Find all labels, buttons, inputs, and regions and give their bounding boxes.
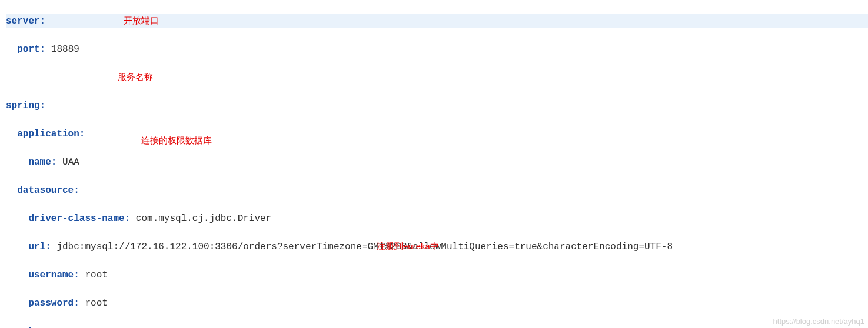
watermark-text: https://blog.csdn.net/ayhq1 [773, 317, 864, 326]
annotation-eureka: 注册到eureka中 [377, 241, 439, 252]
yaml-key: driver-class-name: [28, 213, 130, 224]
yaml-key: application: [17, 129, 85, 139]
yaml-value: jdbc:mysql://172.16.122.100:3306/orders?… [51, 242, 673, 252]
yaml-key: server: [6, 16, 45, 26]
yaml-value: UAA [56, 157, 79, 168]
yaml-key: username: [28, 270, 79, 280]
code-line: spring: [6, 99, 868, 113]
code-line: driver-class-name: com.mysql.cj.jdbc.Dri… [6, 212, 868, 226]
code-line: username: root [6, 268, 868, 282]
yaml-code[interactable]: server: port: 18889 spring: application:… [0, 0, 868, 328]
yaml-key: port: [17, 44, 45, 55]
code-line: port: 18889 [6, 42, 868, 56]
yaml-value: root [79, 270, 108, 280]
annotation-port: 开放端口 [124, 15, 159, 26]
code-line: eureka: [6, 324, 868, 328]
yaml-value: 18889 [45, 44, 79, 55]
code-line: password: root [6, 296, 868, 310]
yaml-key: password: [28, 298, 79, 309]
yaml-key: datasource: [17, 185, 79, 196]
yaml-key: spring: [6, 101, 45, 111]
annotation-service: 服务名称 [118, 72, 153, 83]
annotation-database: 连接的权限数据库 [141, 135, 212, 146]
yaml-value: root [79, 298, 108, 309]
code-line: application: [6, 127, 868, 141]
code-editor: server: port: 18889 spring: application:… [0, 0, 868, 328]
yaml-key: name: [28, 157, 56, 168]
code-line: datasource: [6, 183, 868, 198]
yaml-key: url: [28, 242, 51, 252]
yaml-value: com.mysql.cj.jdbc.Driver [130, 213, 271, 224]
code-line: name: UAA [6, 155, 868, 169]
